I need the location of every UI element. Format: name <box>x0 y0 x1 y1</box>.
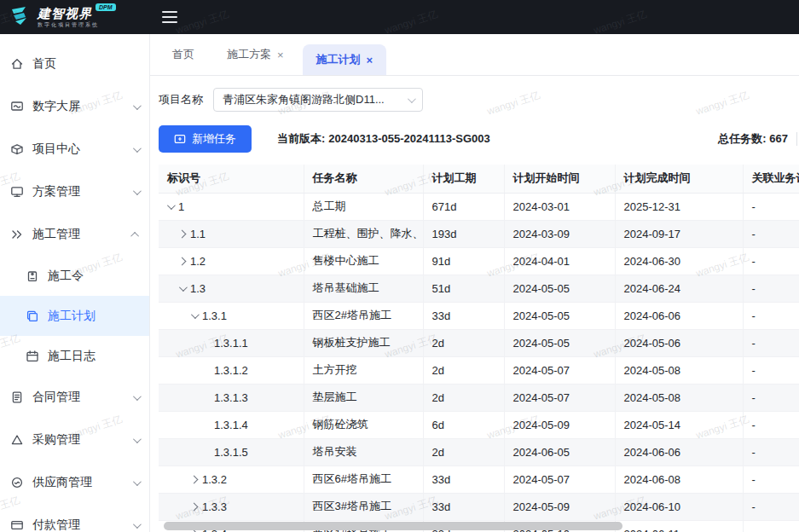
sidebar-item-8[interactable]: 施工日志 <box>0 336 149 376</box>
sidebar-item-label: 供应商管理 <box>32 475 124 490</box>
project-select-value: 青浦区朱家角镇阁游路北侧D11... <box>223 92 385 107</box>
expand-arrow-icon[interactable] <box>191 310 200 319</box>
task-duration: 2d <box>423 329 504 356</box>
tab-2[interactable]: 施工方案× <box>213 39 298 70</box>
task-name: 土方开挖 <box>304 356 423 384</box>
expand-arrow-icon[interactable] <box>178 229 187 238</box>
sidebar-item-5[interactable]: 施工管理 <box>0 213 149 256</box>
task-id: 1.3.3 <box>202 500 227 513</box>
task-name: 工程桩、围护、降水、... <box>304 220 423 247</box>
chevron-down-icon <box>133 520 142 529</box>
sidebar-item-label: 施工计划 <box>48 309 139 324</box>
menu-toggle-icon[interactable] <box>162 11 177 23</box>
table-row[interactable]: 1.3.1.4钢筋砼浇筑6d2024-05-092024-05-14- <box>159 411 799 438</box>
add-task-button[interactable]: 新增任务 <box>159 125 252 153</box>
total-task-count: 总任务数: 667 <box>718 131 788 147</box>
project-select[interactable]: 青浦区朱家角镇阁游路北侧D11... <box>213 88 423 112</box>
task-end-date: 2024-06-06 <box>615 302 743 329</box>
task-end-date: 2024-06-11 <box>615 520 743 532</box>
task-id: 1.3.1.2 <box>214 364 248 377</box>
tab-3[interactable]: 施工计划× <box>303 44 387 75</box>
main-content: 项目名称 青浦区朱家角镇阁游路北侧D11... 新增任务 <box>150 76 799 532</box>
sidebar-item-4[interactable]: 方案管理 <box>0 171 149 213</box>
close-icon[interactable]: × <box>367 54 373 66</box>
plan-table-wrap: 标识号任务名称计划工期计划开始时间计划完成时间关联业务计划 1总工期671d20… <box>159 165 799 532</box>
sidebar-item-2[interactable]: 数字大屏 <box>0 85 149 128</box>
task-start-date: 2024-05-07 <box>504 356 615 384</box>
chevron-up-icon <box>130 231 139 240</box>
app-subtitle: 数字化项目管理系统 <box>38 22 116 27</box>
table-row[interactable]: 1.3.1.2土方开挖2d2024-05-072024-05-08- <box>159 356 799 384</box>
horizontal-scrollbar[interactable] <box>164 522 622 530</box>
box-icon <box>10 142 24 156</box>
task-related-plan: - <box>743 356 799 384</box>
brand-logo: 建智视界 DPM 数字化项目管理系统 <box>0 4 150 30</box>
task-id: 1.2 <box>190 255 206 268</box>
task-end-date: 2024-05-06 <box>615 329 743 356</box>
table-row[interactable]: 1.3.1.1钢板桩支护施工2d2024-05-052024-05-06- <box>159 329 799 356</box>
sidebar-item-6[interactable]: 施工令 <box>0 256 149 296</box>
task-related-plan: - <box>743 329 799 356</box>
sidebar-item-7[interactable]: 施工计划 <box>0 296 149 336</box>
column-header-1: 标识号 <box>159 165 304 193</box>
column-header-2: 任务名称 <box>304 165 423 193</box>
sidebar-item-label: 合同管理 <box>32 390 124 405</box>
sidebar-item-11[interactable]: 供应商管理 <box>0 461 149 504</box>
table-row[interactable]: 1.3.1西区2#塔吊施工33d2024-05-052024-06-06- <box>159 302 799 329</box>
sidebar-item-1[interactable]: 首页 <box>0 43 149 85</box>
divider <box>796 132 797 146</box>
task-start-date: 2024-03-09 <box>504 220 615 247</box>
task-start-date: 2024-05-07 <box>504 466 615 493</box>
task-end-date: 2024-05-14 <box>615 411 743 438</box>
expand-arrow-icon[interactable] <box>167 201 176 210</box>
task-id: 1.1 <box>190 228 206 240</box>
double-chevron-icon <box>10 228 24 241</box>
task-end-date: 2024-06-08 <box>615 466 743 493</box>
task-duration: 193d <box>423 220 504 247</box>
table-row[interactable]: 1.3.3西区3#塔吊施工33d2024-05-092024-06-10- <box>159 493 799 520</box>
home-icon <box>10 57 24 71</box>
task-related-plan: - <box>743 220 799 247</box>
task-id: 1.3.1.4 <box>214 419 248 431</box>
table-row[interactable]: 1.3塔吊基础施工51d2024-05-052024-06-24- <box>159 275 799 302</box>
table-row[interactable]: 1.3.2西区6#塔吊施工33d2024-05-072024-06-08- <box>159 466 799 493</box>
task-end-date: 2025-12-31 <box>615 193 743 220</box>
task-name: 西区6#塔吊施工 <box>304 466 423 493</box>
table-row[interactable]: 1总工期671d2024-03-012025-12-31- <box>159 193 799 220</box>
task-end-date: 2024-09-17 <box>615 220 743 247</box>
table-row[interactable]: 1.1工程桩、围护、降水、...193d2024-03-092024-09-17… <box>159 220 799 247</box>
table-row[interactable]: 1.3.1.3垫层施工2d2024-05-072024-05-08- <box>159 384 799 411</box>
sidebar-item-label: 数字大屏 <box>32 99 124 114</box>
task-start-date: 2024-05-05 <box>504 329 615 356</box>
task-start-date: 2024-05-05 <box>504 302 615 329</box>
expand-arrow-icon[interactable] <box>190 502 199 511</box>
tab-bar: 首页施工方案×施工计划× <box>150 34 799 76</box>
sidebar-item-3[interactable]: 项目中心 <box>0 128 149 171</box>
expand-arrow-icon[interactable] <box>179 283 188 292</box>
sidebar-item-12[interactable]: 付款管理 <box>0 504 149 532</box>
tab-1[interactable]: 首页 <box>159 39 208 70</box>
sidebar-item-9[interactable]: 合同管理 <box>0 376 149 419</box>
task-id: 1.3.1 <box>202 309 227 322</box>
tab-label: 施工方案 <box>227 47 271 62</box>
task-related-plan: - <box>743 247 799 275</box>
tab-label: 首页 <box>172 47 194 62</box>
plan-table: 标识号任务名称计划工期计划开始时间计划完成时间关联业务计划 1总工期671d20… <box>159 165 799 532</box>
table-row[interactable]: 1.3.1.5塔吊安装2d2024-06-052024-06-06- <box>159 438 799 466</box>
task-id: 1.3 <box>190 282 206 295</box>
task-id: 1.3.1.3 <box>214 391 248 404</box>
task-name: 西区3#塔吊施工 <box>304 493 423 520</box>
project-name-label: 项目名称 <box>159 92 203 107</box>
expand-arrow-icon[interactable] <box>178 257 187 265</box>
expand-arrow-icon[interactable] <box>190 475 199 483</box>
table-row[interactable]: 1.2售楼中心施工91d2024-04-012024-06-30- <box>159 247 799 275</box>
task-start-date: 2024-05-09 <box>504 411 615 438</box>
column-header-6: 关联业务计划 <box>743 165 799 193</box>
task-duration: 671d <box>423 193 504 220</box>
sidebar-item-10[interactable]: 采购管理 <box>0 419 149 461</box>
close-icon[interactable]: × <box>277 49 284 61</box>
sidebar-item-label: 施工令 <box>48 269 139 284</box>
chevron-down-icon <box>133 477 142 486</box>
task-duration: 91d <box>423 247 504 275</box>
task-duration: 51d <box>423 275 504 302</box>
